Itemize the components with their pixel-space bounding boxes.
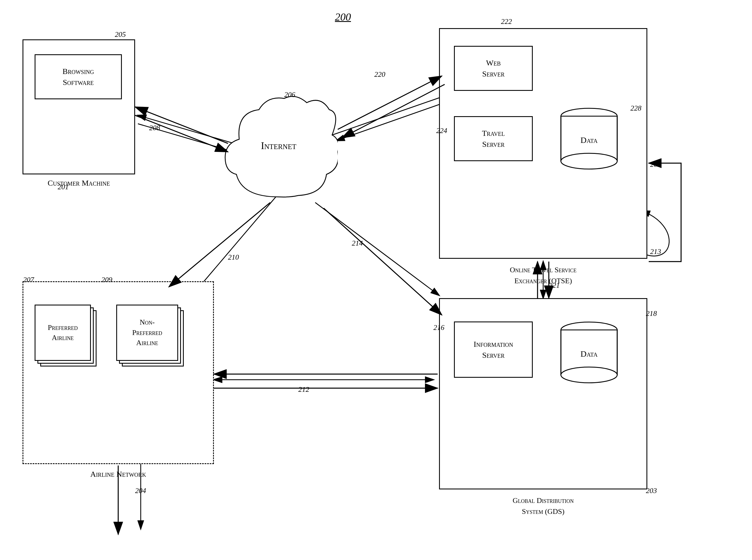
browsing-software-label: BrowsingSoftware [62, 66, 94, 88]
ref-216: 216 [433, 323, 444, 332]
customer-machine-box: BrowsingSoftware [22, 39, 135, 174]
ref-204: 204 [135, 486, 146, 495]
svg-point-17 [561, 153, 617, 169]
otse-label: Online Travel ServiceExchanger (OTSE) [439, 264, 647, 286]
ref-210: 210 [228, 253, 239, 262]
airline-network-box: PreferredAirline Non-PreferredAirline [22, 281, 214, 464]
ref-221: 221 [549, 281, 560, 290]
otse-data-cylinder: Data [558, 108, 620, 175]
svg-line-30 [342, 84, 445, 138]
ref-202: 202 [650, 160, 661, 169]
svg-text:Internet: Internet [261, 140, 296, 151]
svg-line-32 [324, 208, 442, 315]
ref-224: 224 [436, 126, 447, 135]
svg-point-23 [561, 367, 617, 383]
ref-206: 206 [284, 91, 295, 99]
ref-213: 213 [650, 247, 661, 256]
diagram: 200 [0, 0, 752, 560]
ref-205: 205 [115, 31, 126, 39]
airline-network-label: Airline Network [22, 470, 214, 479]
ref-207: 207 [23, 276, 34, 284]
ref-222: 222 [501, 17, 512, 26]
web-server-box: WebServer [454, 46, 533, 91]
svg-text:Data: Data [581, 135, 598, 144]
ref-214: 214 [352, 239, 363, 247]
gds-label: Global DistributionSystem (GDS) [439, 495, 647, 517]
preferred-airline-label: PreferredAirline [48, 323, 78, 343]
info-server-label: InformationServer [474, 339, 513, 361]
gds-box: InformationServer Data [439, 298, 647, 489]
info-server-box: InformationServer [454, 321, 533, 378]
ref-201: 201 [58, 183, 69, 191]
svg-line-27 [135, 115, 228, 152]
ref-203: 203 [646, 486, 657, 495]
ref-218: 218 [646, 309, 657, 318]
gds-data-cylinder: Data [558, 321, 620, 389]
ref-209: 209 [101, 276, 112, 284]
ref-220: 220 [374, 70, 385, 79]
svg-line-31 [169, 202, 270, 287]
svg-line-29 [338, 76, 442, 129]
customer-machine-label: Customer Machine [22, 179, 135, 187]
ref-228: 228 [631, 104, 641, 113]
diagram-title: 200 [335, 11, 351, 23]
svg-text:Data: Data [581, 349, 598, 358]
travel-server-label: TravelServer [482, 128, 505, 149]
ref-208: 208 [149, 124, 160, 132]
ref-212: 212 [298, 385, 309, 394]
non-preferred-airline-label: Non-PreferredAirline [132, 317, 162, 348]
internet-cloud: Internet [219, 90, 338, 208]
svg-line-8 [315, 202, 439, 295]
travel-server-box: TravelServer [454, 116, 533, 161]
otse-box: WebServer TravelServer Data [439, 28, 647, 259]
browsing-software-box: BrowsingSoftware [35, 54, 122, 99]
web-server-label: WebServer [482, 57, 505, 79]
